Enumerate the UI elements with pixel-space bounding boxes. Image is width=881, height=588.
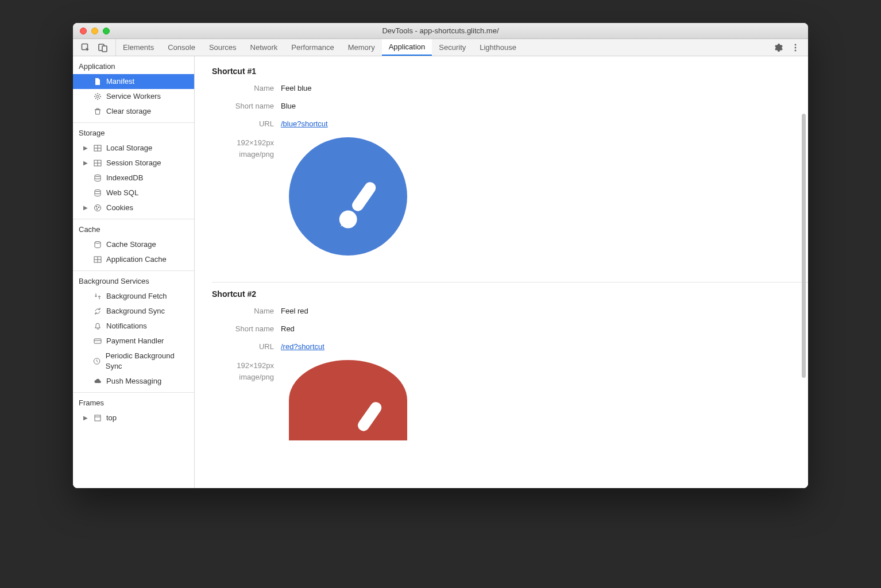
sidebar-item-session-storage[interactable]: ▶ Session Storage — [73, 156, 194, 171]
shortcut-icon — [289, 137, 407, 256]
svg-point-6 — [96, 95, 99, 98]
application-sidebar: Application ▶ Manifest ▶ Service Workers… — [73, 56, 195, 488]
shortcut-url-link[interactable]: /blue?shortcut — [281, 119, 328, 128]
scrollbar[interactable] — [802, 114, 806, 378]
shortcut-icon — [289, 360, 407, 440]
svg-point-15 — [95, 241, 101, 243]
sidebar-item-label: Manifest — [106, 76, 134, 87]
sidebar-item-label: Web SQL — [106, 188, 138, 198]
sidebar-item-cache-storage[interactable]: ▶ Cache Storage — [73, 237, 194, 252]
shortcut-section: Shortcut #2 Name Feel red Short name Red… — [212, 285, 808, 467]
frame-icon — [94, 414, 102, 422]
sidebar-group-frames: Frames — [73, 393, 194, 411]
database-icon — [94, 174, 102, 182]
bell-icon — [94, 322, 102, 330]
sidebar-item-label: top — [106, 413, 117, 423]
shortcut-url-link[interactable]: /red?shortcut — [281, 342, 324, 351]
gear-icon[interactable] — [774, 43, 783, 52]
card-icon — [94, 337, 102, 345]
sidebar-item-push-messaging[interactable]: ▶ Push Messaging — [73, 374, 194, 389]
svg-rect-17 — [94, 339, 101, 343]
shortcut-short-name: Red — [281, 324, 295, 333]
svg-point-13 — [98, 207, 99, 208]
tab-sources[interactable]: Sources — [202, 39, 244, 56]
database-icon — [94, 189, 102, 197]
tab-application[interactable]: Application — [382, 39, 432, 56]
brush-icon — [334, 395, 397, 458]
table-icon — [94, 256, 102, 264]
sidebar-item-label: Session Storage — [106, 158, 161, 168]
icon-dimensions: 192×192px — [212, 360, 274, 372]
tab-elements[interactable]: Elements — [116, 39, 161, 56]
svg-point-4 — [795, 47, 797, 48]
svg-rect-2 — [102, 46, 107, 52]
tab-memory[interactable]: Memory — [341, 39, 382, 56]
shortcut-heading: Shortcut #1 — [212, 67, 808, 76]
sidebar-item-label: Background Sync — [106, 306, 165, 316]
inspect-icon[interactable] — [81, 43, 90, 52]
shortcut-heading: Shortcut #2 — [212, 289, 808, 299]
sidebar-item-label: IndexedDB — [106, 173, 143, 183]
svg-rect-19 — [95, 415, 101, 421]
database-icon — [94, 241, 102, 249]
sync-icon — [94, 307, 102, 315]
shortcut-section: Shortcut #1 Name Feel blue Short name Bl… — [212, 62, 808, 283]
manifest-content: Shortcut #1 Name Feel blue Short name Bl… — [195, 56, 808, 488]
svg-rect-22 — [356, 400, 384, 433]
sidebar-item-top-frame[interactable]: ▶ top — [73, 411, 194, 425]
svg-point-12 — [96, 206, 97, 207]
gear-icon — [94, 92, 102, 100]
trash-icon — [94, 107, 102, 115]
clock-icon — [93, 357, 101, 365]
cloud-icon — [94, 377, 102, 385]
sidebar-group-cache: Cache — [73, 219, 194, 237]
sidebar-item-local-storage[interactable]: ▶ Local Storage — [73, 141, 194, 156]
sidebar-item-indexeddb[interactable]: ▶ IndexedDB — [73, 171, 194, 185]
icon-mime: image/png — [212, 372, 274, 383]
field-label: URL — [212, 342, 281, 351]
svg-point-10 — [95, 189, 101, 191]
sidebar-item-notifications[interactable]: ▶ Notifications — [73, 319, 194, 334]
titlebar: DevTools - app-shortcuts.glitch.me/ — [73, 23, 808, 39]
table-icon — [94, 159, 102, 167]
tab-lighthouse[interactable]: Lighthouse — [473, 39, 523, 56]
field-label: Name — [212, 307, 281, 315]
sidebar-item-clear-storage[interactable]: ▶ Clear storage — [73, 104, 194, 119]
svg-rect-20 — [350, 180, 378, 213]
sidebar-group-storage: Storage — [73, 123, 194, 141]
shortcut-name: Feel blue — [281, 84, 311, 92]
tab-performance[interactable]: Performance — [284, 39, 341, 56]
tab-security[interactable]: Security — [432, 39, 473, 56]
fetch-icon — [94, 292, 102, 300]
sidebar-item-periodic-background-sync[interactable]: ▶ Periodic Background Sync — [73, 349, 194, 374]
sidebar-item-label: Push Messaging — [106, 376, 161, 386]
brush-icon — [328, 175, 391, 238]
field-label: URL — [212, 119, 281, 128]
tab-console[interactable]: Console — [161, 39, 202, 56]
sidebar-item-label: Cookies — [106, 203, 133, 213]
sidebar-item-application-cache[interactable]: ▶ Application Cache — [73, 252, 194, 267]
sidebar-item-label: Application Cache — [106, 254, 167, 265]
icon-mime: image/png — [212, 149, 274, 160]
svg-point-5 — [795, 49, 797, 51]
field-label: Short name — [212, 102, 281, 110]
field-label: Short name — [212, 324, 281, 333]
icon-dimensions: 192×192px — [212, 137, 274, 149]
shortcut-short-name: Blue — [281, 102, 296, 110]
sidebar-item-payment-handler[interactable]: ▶ Payment Handler — [73, 334, 194, 349]
more-icon[interactable] — [791, 43, 800, 52]
svg-point-3 — [795, 44, 797, 45]
sidebar-item-manifest[interactable]: ▶ Manifest — [73, 74, 194, 89]
sidebar-item-web-sql[interactable]: ▶ Web SQL — [73, 185, 194, 200]
sidebar-group-application: Application — [73, 56, 194, 74]
device-toggle-icon[interactable] — [98, 43, 107, 52]
svg-point-14 — [96, 208, 98, 210]
svg-point-11 — [95, 205, 101, 211]
sidebar-item-label: Payment Handler — [106, 336, 164, 346]
tab-network[interactable]: Network — [244, 39, 285, 56]
sidebar-item-background-sync[interactable]: ▶ Background Sync — [73, 304, 194, 319]
sidebar-item-cookies[interactable]: ▶ Cookies — [73, 200, 194, 215]
sidebar-item-service-workers[interactable]: ▶ Service Workers — [73, 89, 194, 104]
sidebar-item-background-fetch[interactable]: ▶ Background Fetch — [73, 289, 194, 304]
sidebar-item-label: Background Fetch — [106, 291, 167, 301]
